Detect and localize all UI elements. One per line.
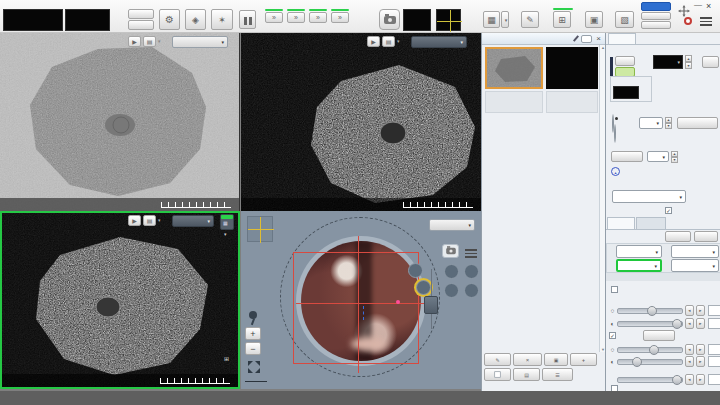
quad2-display-button[interactable]: ▤ bbox=[382, 36, 395, 47]
quad3-detector-dropdown[interactable]: ▾ bbox=[172, 215, 214, 227]
cond-button[interactable]: ▤ bbox=[513, 368, 540, 381]
capture-all-button[interactable] bbox=[379, 9, 400, 30]
slider-handle[interactable] bbox=[647, 306, 657, 316]
sem-map-mode-dropdown[interactable]: ▾ bbox=[429, 219, 475, 231]
slider-handle[interactable] bbox=[649, 345, 659, 355]
list3-button[interactable] bbox=[641, 21, 671, 29]
detector-ud-button[interactable] bbox=[444, 264, 459, 279]
scan-fast-button[interactable]: » bbox=[265, 12, 283, 23]
vacc-combo[interactable]: ▾ bbox=[653, 55, 683, 69]
slider-right-arrow[interactable]: ▸ bbox=[696, 374, 705, 385]
wd-spinner[interactable]: ▲▼ bbox=[671, 151, 678, 162]
sub-panel-button[interactable]: ▣ bbox=[585, 11, 603, 28]
beam-button[interactable]: ✶ bbox=[211, 9, 233, 30]
detector-uvd-button[interactable] bbox=[408, 263, 423, 278]
close-icon[interactable]: × bbox=[596, 34, 601, 43]
slider-right-arrow[interactable]: ▸ bbox=[696, 356, 705, 367]
quad1-detector-dropdown[interactable]: ▾ bbox=[172, 36, 228, 48]
list2-button[interactable] bbox=[641, 12, 671, 20]
signal-4-dropdown[interactable]: ▾ bbox=[671, 259, 719, 272]
expand-grid-icon[interactable]: ⊞ bbox=[224, 355, 229, 362]
chevron-down-icon[interactable]: ▾ bbox=[397, 38, 400, 44]
scan-red-button[interactable]: » bbox=[331, 12, 349, 23]
afc-button[interactable]: ◈ bbox=[185, 9, 206, 30]
record-icon[interactable] bbox=[684, 17, 692, 25]
signal-tab[interactable] bbox=[607, 217, 635, 229]
spot-intensity-combo[interactable]: ▾ bbox=[639, 117, 663, 129]
slider-track[interactable] bbox=[617, 308, 683, 314]
detector-ld-button[interactable] bbox=[416, 280, 431, 295]
slider-left-arrow[interactable]: ◂ bbox=[685, 305, 694, 316]
slider-track[interactable] bbox=[617, 359, 683, 365]
zoom-in-button[interactable]: + bbox=[245, 327, 261, 340]
map-menu-button[interactable] bbox=[465, 247, 477, 260]
sem-map-panel[interactable]: ▾ + − bbox=[241, 211, 481, 389]
quad1-display-button[interactable]: ▤ bbox=[143, 36, 156, 47]
menu-button[interactable] bbox=[700, 15, 712, 28]
gun-on-button[interactable] bbox=[615, 56, 635, 66]
abcc-button[interactable] bbox=[665, 231, 691, 242]
mix-button[interactable] bbox=[694, 231, 718, 242]
signal-2-dropdown[interactable]: ▾ bbox=[671, 245, 719, 258]
signal-1-dropdown[interactable]: ▾ bbox=[616, 245, 662, 258]
slider-handle[interactable] bbox=[672, 319, 682, 329]
optics-tab[interactable] bbox=[608, 33, 636, 44]
slider-right-arrow[interactable]: ▸ bbox=[696, 305, 705, 316]
scan-slow12-button[interactable]: » bbox=[287, 12, 305, 23]
scan-slow34-button[interactable]: » bbox=[309, 12, 327, 23]
map-capture-button[interactable] bbox=[442, 244, 459, 258]
slider-track[interactable] bbox=[617, 321, 683, 327]
abcc-link-checkbox[interactable]: ✓ bbox=[665, 207, 672, 214]
pin-icon[interactable] bbox=[573, 35, 579, 42]
quad1-capture-button[interactable]: ▶ bbox=[128, 36, 141, 47]
select-all-button[interactable]: ▣ bbox=[544, 353, 568, 366]
zoom-out-button[interactable]: − bbox=[245, 342, 261, 355]
run-freeze-button[interactable] bbox=[239, 10, 256, 29]
spin-up-icon[interactable]: ▲ bbox=[685, 55, 692, 62]
exchange-button[interactable]: ▧ bbox=[615, 11, 634, 28]
quad3-display-button[interactable]: ▤ bbox=[143, 215, 156, 226]
chevron-down-icon[interactable]: ▾ bbox=[158, 38, 161, 44]
fit-view-icon[interactable] bbox=[247, 360, 261, 378]
slider-left-arrow[interactable]: ◂ bbox=[685, 356, 694, 367]
quadrant-1-image[interactable]: ▶ ▤ ▾ ▾ bbox=[0, 33, 240, 211]
image-list-button[interactable]: ⊞ bbox=[553, 11, 571, 28]
slider-track[interactable] bbox=[617, 377, 683, 383]
settings-button[interactable]: ☰ bbox=[542, 368, 573, 381]
add-image-tile[interactable] bbox=[546, 47, 598, 89]
slider-left-arrow[interactable]: ◂ bbox=[685, 374, 694, 385]
slider-handle[interactable] bbox=[632, 357, 642, 367]
spin-down-icon[interactable]: ▼ bbox=[665, 123, 672, 129]
degauss-button[interactable] bbox=[611, 151, 643, 162]
apt-size-button[interactable] bbox=[677, 117, 718, 129]
quad2-capture-button[interactable]: ▶ bbox=[367, 36, 380, 47]
remove-button[interactable]: × bbox=[513, 353, 542, 366]
detector-none-button[interactable] bbox=[464, 283, 479, 298]
folder-checkbox[interactable] bbox=[494, 371, 500, 377]
abcc-button[interactable]: ⚙ bbox=[159, 9, 180, 30]
set-button[interactable] bbox=[702, 56, 719, 68]
folder-button[interactable] bbox=[484, 368, 511, 381]
pre-mag-x500-button[interactable] bbox=[128, 9, 154, 19]
slider-handle[interactable] bbox=[672, 375, 682, 385]
rename-button[interactable]: ✎ bbox=[484, 353, 511, 366]
z-slider-handle[interactable] bbox=[424, 296, 438, 314]
input-data-button[interactable]: ✎ bbox=[521, 11, 539, 28]
display-modes-button[interactable]: ▦ bbox=[483, 11, 500, 28]
slider-right-arrow[interactable]: ▸ bbox=[696, 344, 705, 355]
invert-checkbox[interactable] bbox=[611, 286, 618, 293]
detail-checkbox[interactable]: ✓ bbox=[609, 332, 616, 339]
slider-track[interactable] bbox=[617, 347, 683, 353]
display-modes-dropdown-button[interactable]: ▾ bbox=[501, 11, 509, 28]
slider-right-arrow[interactable]: ▸ bbox=[696, 318, 705, 329]
image-shift-pad[interactable] bbox=[436, 9, 461, 31]
quadrant-3-image[interactable]: ▶ ▤ ▾ ▾ ▦ ▾ ⊞ bbox=[0, 211, 240, 389]
spot-spinner[interactable]: ▲▼ bbox=[665, 117, 672, 129]
vacc-spinner[interactable]: ▲▼ bbox=[685, 55, 692, 69]
detector-aux1-button[interactable] bbox=[444, 283, 459, 298]
detector-md-button[interactable] bbox=[464, 264, 479, 279]
stage-preset-button[interactable]: ▦ bbox=[220, 214, 234, 230]
close-button[interactable]: × bbox=[706, 1, 711, 11]
spin-down-icon[interactable]: ▼ bbox=[671, 157, 678, 163]
spin-down-icon[interactable]: ▼ bbox=[685, 62, 692, 69]
